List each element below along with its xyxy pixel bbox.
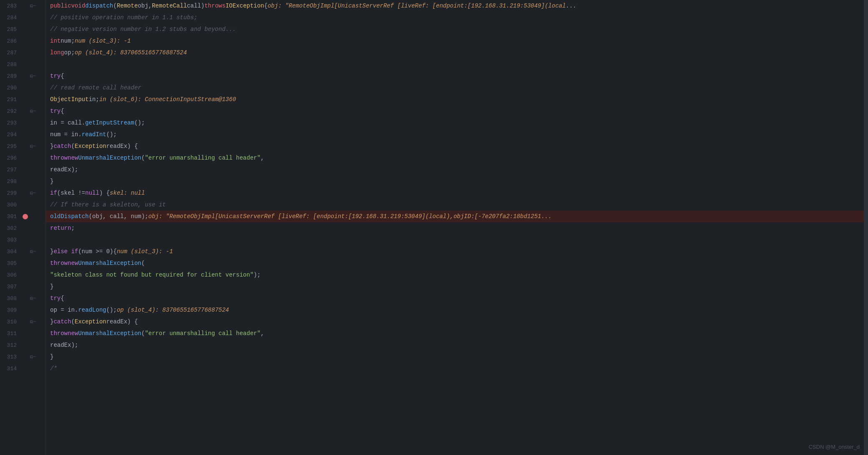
gutter-row: 285 bbox=[0, 23, 46, 35]
token-plain: readEx) { bbox=[106, 318, 138, 325]
gutter-row: 296 bbox=[0, 152, 46, 164]
line-number: 286 bbox=[0, 38, 21, 44]
gutter-row: 290 bbox=[0, 82, 46, 94]
code-line: } bbox=[46, 351, 864, 363]
gutter-row: 307 bbox=[0, 281, 46, 292]
line-number: 305 bbox=[0, 260, 21, 267]
token-plain: ) { bbox=[99, 190, 110, 196]
token-plain: { bbox=[264, 3, 268, 9]
token-plain: } bbox=[50, 353, 53, 360]
token-fn: UnmarshalException bbox=[78, 260, 141, 267]
gutter-row: 312 bbox=[0, 339, 46, 351]
code-line: } else if (num >= 0){ num (slot_3): -1 bbox=[46, 246, 864, 257]
token-plain: ); bbox=[253, 272, 261, 278]
token-fn: readLong bbox=[78, 307, 106, 313]
token-debug-val: op (slot_4): 8370655165776887524 bbox=[75, 49, 187, 56]
line-number: 303 bbox=[0, 237, 21, 243]
code-lines[interactable]: public void dispatch(Remote obj, RemoteC… bbox=[46, 0, 864, 455]
token-plain: } bbox=[50, 283, 53, 290]
fold-icon[interactable]: − bbox=[29, 107, 37, 115]
code-line: throw new UnmarshalException( bbox=[46, 257, 864, 269]
fold-icon[interactable]: − bbox=[29, 72, 37, 80]
code-line: op = in.readLong(); op (slot_4): 8370655… bbox=[46, 304, 864, 316]
scrollbar[interactable] bbox=[864, 0, 868, 455]
code-line: /* bbox=[46, 363, 864, 374]
token-kw: try bbox=[50, 295, 61, 302]
gutter-row: 289− bbox=[0, 70, 46, 82]
token-plain: readEx); bbox=[50, 166, 78, 173]
line-number: 297 bbox=[0, 167, 21, 173]
gutter-row: 291 bbox=[0, 94, 46, 105]
token-kw: new bbox=[68, 260, 78, 267]
code-line bbox=[46, 234, 864, 246]
token-plain: } bbox=[50, 178, 53, 185]
token-type: ObjectInput bbox=[50, 96, 89, 103]
breakpoint-indicator bbox=[23, 214, 28, 219]
token-debug-val: obj: "RemoteObjImpl[UnicastServerRef [li… bbox=[148, 213, 552, 220]
line-number: 308 bbox=[0, 295, 21, 302]
fold-icon[interactable]: − bbox=[29, 248, 37, 255]
gutter-row: 311 bbox=[0, 328, 46, 339]
token-type: Remote bbox=[117, 3, 138, 9]
token-debug-val: num (slot_3): -1 bbox=[117, 248, 173, 255]
fold-icon[interactable]: − bbox=[29, 2, 37, 10]
token-plain: obj, bbox=[138, 3, 152, 9]
fold-icon[interactable]: − bbox=[29, 318, 37, 325]
code-line: // negative version number in 1.2 stubs … bbox=[46, 23, 864, 35]
token-kw2: int bbox=[50, 38, 61, 44]
token-kw: return bbox=[50, 225, 71, 231]
gutter-row: 302 bbox=[0, 222, 46, 234]
token-kw2: throws bbox=[205, 3, 225, 9]
line-number: 307 bbox=[0, 284, 21, 290]
token-plain: ( bbox=[113, 3, 116, 9]
fold-icon[interactable]: − bbox=[29, 295, 37, 302]
token-fn: UnmarshalException bbox=[78, 155, 141, 161]
token-kw: new bbox=[68, 330, 78, 337]
breakpoint-area[interactable] bbox=[21, 214, 29, 219]
gutter-row: 283− bbox=[0, 0, 46, 12]
token-str: "error unmarshalling call header" bbox=[145, 330, 261, 337]
token-fn: getInputStream bbox=[85, 119, 134, 126]
code-line: readEx); bbox=[46, 164, 864, 175]
gutter-row: 293 bbox=[0, 117, 46, 129]
line-number: 298 bbox=[0, 178, 21, 185]
line-number: 313 bbox=[0, 354, 21, 360]
token-plain: readEx); bbox=[50, 342, 78, 348]
code-line: try { bbox=[46, 105, 864, 117]
token-kw: throw bbox=[50, 155, 68, 161]
code-line: if (skel != null) { skel: null bbox=[46, 187, 864, 199]
token-debug-val: skel: null bbox=[110, 190, 145, 196]
code-line: long op; op (slot_4): 837065516577688752… bbox=[46, 47, 864, 58]
line-number: 295 bbox=[0, 143, 21, 150]
fold-icon[interactable]: − bbox=[29, 142, 37, 150]
token-kw2: public bbox=[50, 3, 71, 9]
line-number: 301 bbox=[0, 214, 21, 220]
token-plain: (); bbox=[134, 119, 145, 126]
line-number: 306 bbox=[0, 272, 21, 278]
line-number: 284 bbox=[0, 15, 21, 21]
fold-icon[interactable]: − bbox=[29, 353, 37, 361]
code-line: } bbox=[46, 281, 864, 292]
gutter-row: 297 bbox=[0, 164, 46, 175]
token-fn: UnmarshalException bbox=[78, 330, 141, 337]
token-kw: null bbox=[85, 190, 99, 196]
token-comment: // negative version number in 1.2 stubs … bbox=[50, 26, 236, 33]
token-type: IOException bbox=[225, 3, 264, 9]
token-type: RemoteCall bbox=[152, 3, 187, 9]
line-number: 294 bbox=[0, 132, 21, 138]
line-number: 287 bbox=[0, 50, 21, 56]
token-plain: in; bbox=[89, 96, 99, 103]
gutter-row: 313− bbox=[0, 351, 46, 363]
code-line: num = in.readInt(); bbox=[46, 129, 864, 140]
code-line: } bbox=[46, 175, 864, 187]
token-kw2: void bbox=[71, 3, 85, 9]
fold-icon[interactable]: − bbox=[29, 189, 37, 197]
token-str: "skeleton class not found but required f… bbox=[50, 272, 253, 278]
token-kw: catch bbox=[53, 318, 71, 325]
token-plain: { bbox=[61, 295, 64, 302]
gutter-row: 314 bbox=[0, 363, 46, 374]
code-line: return; bbox=[46, 222, 864, 234]
line-number: 289 bbox=[0, 73, 21, 79]
line-number: 302 bbox=[0, 225, 21, 231]
token-plain: readEx) { bbox=[106, 143, 138, 150]
